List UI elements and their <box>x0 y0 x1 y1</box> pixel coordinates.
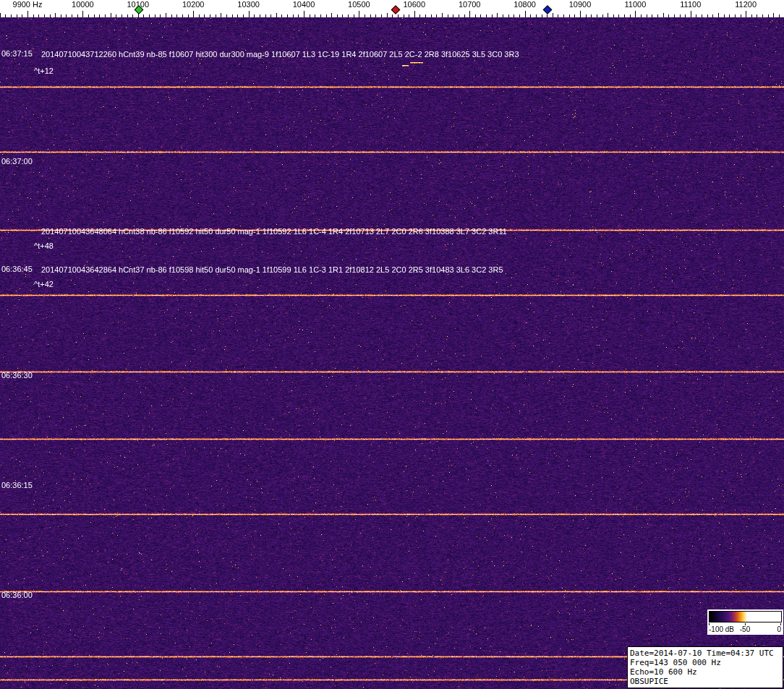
colorbar-label-max: 0 <box>777 625 781 633</box>
time-axis-label: 06:36:00 <box>1 591 33 599</box>
freq-tick-label: 10500 <box>348 0 370 9</box>
spectrogram-overlays: 06:37:1506:37:0006:36:4506:36:3006:36:15… <box>0 0 784 689</box>
freq-tick-label: 10700 <box>459 0 481 9</box>
colorbar-legend: -100 dB -50 0 <box>707 609 783 635</box>
colorbar-label-min: -100 dB <box>709 625 734 633</box>
time-axis-label: 06:36:15 <box>1 481 33 489</box>
freq-tick-label: 11000 <box>625 0 647 9</box>
colorbar-gradient <box>709 611 782 622</box>
time-axis-label: 06:37:00 <box>1 157 33 166</box>
freq-tick-label: 10000 <box>72 0 94 9</box>
freq-tick-label: 9900 Hz <box>13 0 43 9</box>
event-time-offset-tag: ^t+42 <box>34 280 54 288</box>
freq-tick-label: 10900 <box>569 0 592 9</box>
event-time-offset-tag: ^t+12 <box>34 67 54 75</box>
freq-tick-label: 10600 <box>404 0 426 9</box>
freq-tick-label: 11100 <box>680 0 701 9</box>
event-time-offset-tag: ^t+48 <box>34 241 54 250</box>
time-axis-label: 06:36:45 <box>1 265 33 273</box>
freq-tick-label: 11200 <box>735 0 757 9</box>
status-info-box: Date=2014-07-10 Time=04:37 UTC Freq=143 … <box>627 646 783 688</box>
event-annotation: 20140710043648064 hCnt38 nb-86 f10592 hi… <box>41 227 507 236</box>
frequency-ruler[interactable]: 9900 Hz100001010010200103001040010500106… <box>0 0 784 17</box>
colorbar-label-mid: -50 <box>740 625 750 633</box>
info-echo-frequency: Echo=10 600 Hz <box>630 667 780 677</box>
freq-tick-label: 10300 <box>237 0 260 9</box>
freq-tick-label: 10800 <box>514 0 536 9</box>
info-station-name: OBSUPICE <box>630 677 780 686</box>
freq-tick-label: 10200 <box>182 0 205 9</box>
event-annotation: 20140710043712260 hCnt39 nb-85 f10607 hi… <box>41 50 519 59</box>
event-annotation: 20140710043642864 hCnt37 nb-86 f10598 hi… <box>41 265 503 274</box>
spectrogram-app-window: 9900 Hz100001010010200103001040010500106… <box>0 0 784 689</box>
info-date-time: Date=2014-07-10 Time=04:37 UTC <box>630 649 780 658</box>
info-frequency: Freq=143 050 000 Hz <box>630 658 780 667</box>
freq-tick-label: 10400 <box>293 0 315 9</box>
time-axis-label: 06:36:30 <box>1 371 33 380</box>
time-axis-label: 06:37:15 <box>1 49 33 58</box>
